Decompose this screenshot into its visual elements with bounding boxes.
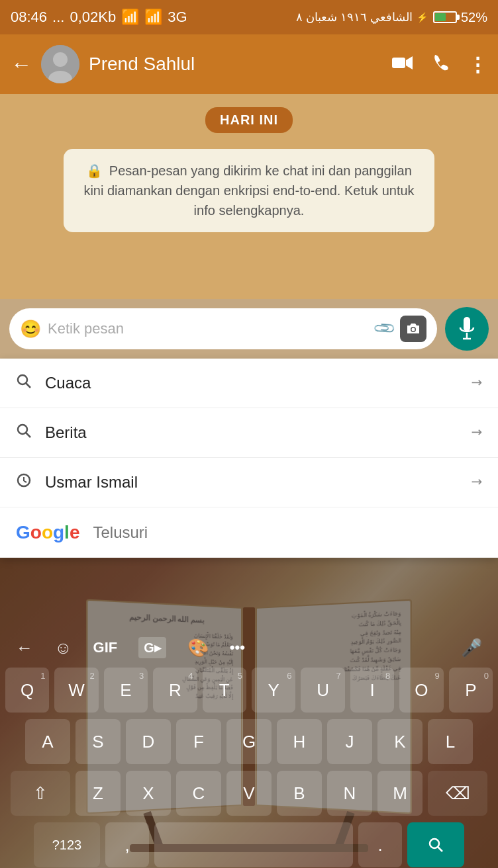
key-n[interactable]: N xyxy=(327,771,372,816)
mic-button[interactable] xyxy=(445,307,489,351)
google-logo: Google xyxy=(16,522,79,543)
arrow-icon-1: ↙ xyxy=(467,374,486,393)
key-b[interactable]: B xyxy=(277,771,322,816)
shift-key[interactable]: ⇧ xyxy=(11,771,70,816)
keyboard-translate-button[interactable]: G▸ xyxy=(138,637,166,658)
status-bar: 08:46 ... 0,02Kb 📶 📶 3G الشافعي ١٩١٦ شعب… xyxy=(0,0,498,34)
wifi-icon: 📶 xyxy=(121,9,139,26)
keyboard-area: بسم الله الرحمن الرحيم وَلَقَدْ خَلَقْنَ… xyxy=(0,558,498,868)
key-l[interactable]: L xyxy=(428,719,473,764)
contact-avatar[interactable] xyxy=(41,45,79,83)
search-suggestion-usmar[interactable]: Usmar Ismail ↙ xyxy=(0,458,498,507)
key-a[interactable]: A xyxy=(25,719,70,764)
svg-line-18 xyxy=(438,847,442,851)
backspace-key[interactable]: ⌫ xyxy=(428,771,487,816)
keyboard-back-button[interactable]: ← xyxy=(16,638,33,658)
key-e[interactable]: 3E xyxy=(104,668,148,713)
arrow-icon-2: ↙ xyxy=(467,423,486,443)
key-q[interactable]: 1Q xyxy=(5,668,49,713)
attach-icon[interactable]: 📎 xyxy=(372,316,397,341)
suggestion-text-1: Cuaca xyxy=(45,374,458,392)
num-key[interactable]: ?123 xyxy=(34,822,100,867)
battery-percent: 52% xyxy=(461,10,487,25)
key-g[interactable]: G xyxy=(226,719,272,764)
key-t[interactable]: 5T xyxy=(203,668,246,713)
search-key[interactable] xyxy=(407,822,464,867)
date-badge: HARI INI xyxy=(205,107,293,133)
key-m[interactable]: M xyxy=(377,771,423,816)
key-s[interactable]: S xyxy=(75,719,121,764)
lock-icon: 🔒 xyxy=(86,163,103,178)
key-h[interactable]: H xyxy=(277,719,322,764)
key-w[interactable]: 2W xyxy=(54,668,98,713)
key-f[interactable]: F xyxy=(176,719,221,764)
google-search-input[interactable] xyxy=(93,523,482,542)
key-v[interactable]: V xyxy=(226,771,272,816)
suggestion-text-2: Berita xyxy=(45,423,458,442)
dot-key[interactable]: . xyxy=(358,822,402,867)
key-u[interactable]: 7U xyxy=(301,668,344,713)
keyboard-more-button[interactable]: ••• xyxy=(230,639,245,656)
time: 08:46 xyxy=(11,9,47,26)
comma-key[interactable]: , xyxy=(105,822,149,867)
google-search-row[interactable]: Google xyxy=(0,507,498,558)
svg-rect-7 xyxy=(464,317,470,331)
keyboard-emoji-button[interactable]: ☺ xyxy=(54,638,72,658)
key-p[interactable]: 0P xyxy=(449,668,493,713)
more-options-icon[interactable]: ⋮ xyxy=(468,53,487,76)
camera-button[interactable] xyxy=(400,316,426,342)
search-suggestion-berita[interactable]: Berita ↙ xyxy=(0,408,498,458)
data-usage: 0,02Kb xyxy=(70,9,116,26)
emoji-icon[interactable]: 😊 xyxy=(20,319,41,339)
key-j[interactable]: J xyxy=(327,719,372,764)
message-input[interactable] xyxy=(48,320,369,337)
keyboard: ← ☺ GIF G▸ 🎨 ••• 🎤 1Q 2W 3E 4R 5T 6Y 7U … xyxy=(0,625,498,868)
keyboard-row-2: A S D F G H J K L xyxy=(5,719,493,764)
svg-marker-4 xyxy=(406,56,413,69)
key-z[interactable]: Z xyxy=(75,771,121,816)
back-button[interactable]: ← xyxy=(11,52,32,77)
message-input-box[interactable]: 😊 📎 xyxy=(9,308,437,349)
keyboard-row-4: ?123 , . xyxy=(5,822,493,867)
encryption-notice[interactable]: 🔒 Pesan-pesan yang dikirim ke chat ini d… xyxy=(64,149,434,232)
keyboard-mic-button[interactable]: 🎤 xyxy=(461,638,482,658)
status-dots: ... xyxy=(52,9,64,26)
message-input-area: 😊 📎 xyxy=(0,299,498,359)
svg-line-13 xyxy=(26,433,30,437)
contact-name[interactable]: Prend Sahlul xyxy=(89,54,383,75)
svg-point-17 xyxy=(430,839,439,848)
key-i[interactable]: 8I xyxy=(350,668,394,713)
key-k[interactable]: K xyxy=(377,719,423,764)
key-y[interactable]: 6Y xyxy=(252,668,295,713)
app-header: ← Prend Sahlul ⋮ xyxy=(0,34,498,94)
key-d[interactable]: D xyxy=(126,719,171,764)
keyboard-gif-button[interactable]: GIF xyxy=(93,639,118,656)
key-x[interactable]: X xyxy=(126,771,171,816)
svg-line-16 xyxy=(24,481,26,482)
svg-point-6 xyxy=(412,328,415,331)
video-call-icon[interactable] xyxy=(392,54,413,75)
lightning-icon: ⚡ xyxy=(417,12,428,22)
key-c[interactable]: C xyxy=(176,771,221,816)
search-icon-2 xyxy=(16,423,32,443)
keyboard-row-3: ⇧ Z X C V B N M ⌫ xyxy=(5,771,493,816)
phone-icon[interactable] xyxy=(432,54,449,75)
key-o[interactable]: 9O xyxy=(399,668,443,713)
battery-indicator xyxy=(433,11,457,23)
keyboard-row-1: 1Q 2W 3E 4R 5T 6Y 7U 8I 9O 0P xyxy=(5,668,493,713)
clock-icon xyxy=(16,472,32,492)
svg-rect-3 xyxy=(392,58,405,68)
keyboard-toolbar: ← ☺ GIF G▸ 🎨 ••• 🎤 xyxy=(5,630,493,668)
keyboard-palette-button[interactable]: 🎨 xyxy=(187,638,209,658)
search-suggestion-cuaca[interactable]: Cuaca ↙ xyxy=(0,359,498,408)
arabic-date: الشافعي ١٩١٦ شعبان ٨ xyxy=(296,10,413,24)
space-key[interactable] xyxy=(154,822,353,867)
svg-point-10 xyxy=(18,375,27,384)
header-actions: ⋮ xyxy=(392,53,487,76)
status-left: 08:46 ... 0,02Kb 📶 📶 3G xyxy=(11,9,187,26)
key-r[interactable]: 4R xyxy=(153,668,197,713)
suggestion-text-3: Usmar Ismail xyxy=(45,473,458,492)
svg-point-12 xyxy=(18,425,27,434)
svg-point-1 xyxy=(53,52,68,67)
network-type: 3G xyxy=(168,9,187,26)
